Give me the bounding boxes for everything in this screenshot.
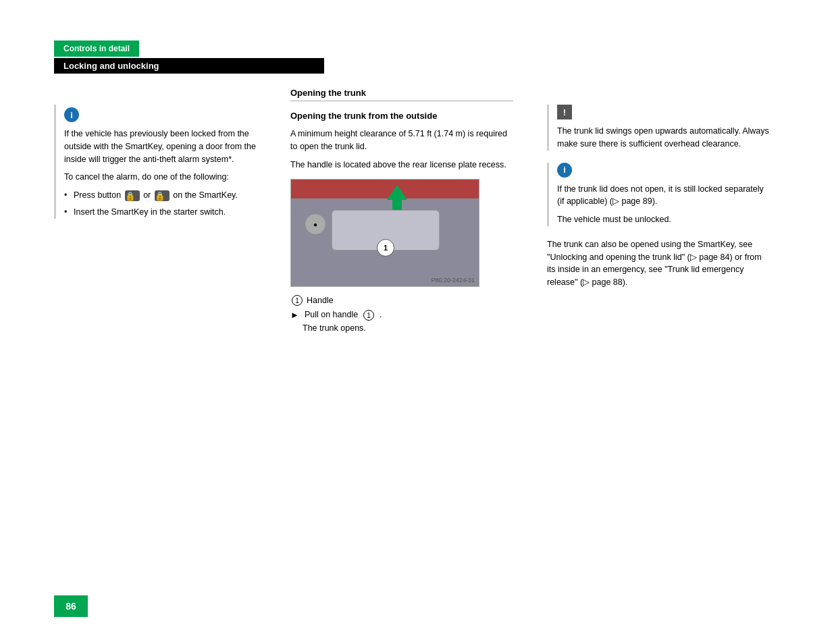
- locking-bar: Locking and unlocking: [54, 58, 324, 74]
- action-label: Pull on handle: [305, 310, 358, 319]
- right-column: ! The trunk lid swings open upwards auto…: [547, 105, 770, 294]
- handle-label: 1: [377, 239, 394, 257]
- sub-text: The trunk opens.: [303, 323, 513, 333]
- subsection-title: Opening the trunk from the outside: [290, 111, 513, 121]
- left-para2: To cancel the alarm, do one of the follo…: [64, 171, 257, 184]
- action-line: ► Pull on handle 1.: [290, 310, 513, 321]
- warning-icon: !: [557, 105, 572, 119]
- image-caption: P80.20-2424-31: [431, 277, 475, 284]
- middle-column: Opening the trunk Opening the trunk from…: [290, 88, 513, 338]
- right-main-para: The trunk can also be opened using the S…: [547, 238, 770, 289]
- info-box: i If the vehicle has previously been loc…: [54, 105, 257, 219]
- left-para1: If the vehicle has previously been locke…: [64, 128, 257, 165]
- legend-line: 1 Handle: [290, 295, 513, 306]
- smartkey-btn-unlock: 🔒: [155, 190, 170, 201]
- left-column: i If the vehicle has previously been loc…: [54, 105, 257, 223]
- trunk-image: ● 1 P80.20-2424-31: [290, 179, 479, 287]
- smartkey-btn-lock: 🔒: [125, 190, 140, 201]
- arrow-head: [387, 185, 407, 200]
- middle-para1: A minimum height clearance of 5.71 ft (1…: [290, 128, 513, 153]
- arrow-bullet: ►: [290, 310, 299, 320]
- trunk-lock: ●: [305, 213, 326, 235]
- controls-badge: Controls in detail: [54, 41, 139, 57]
- left-bullet1: Press button 🔒 or 🔒 on the SmartKey.: [64, 189, 257, 202]
- right-info-para1: If the trunk lid does not open, it is st…: [557, 183, 770, 209]
- page-number: 86: [54, 595, 88, 617]
- middle-para2: The handle is located above the rear lic…: [290, 159, 513, 171]
- action-period: .: [380, 310, 382, 319]
- header-section: Controls in detail Locking and unlocking: [54, 41, 324, 74]
- left-bullet2: Insert the SmartKey in the starter switc…: [64, 206, 257, 219]
- warning-box: ! The trunk lid swings open upwards auto…: [547, 105, 770, 151]
- action-ref-circle: 1: [363, 310, 374, 321]
- trunk-handle-area: 1: [332, 210, 440, 250]
- legend-text: Handle: [307, 296, 334, 305]
- right-info-para2: The vehicle must be unlocked.: [557, 213, 770, 226]
- info-icon: i: [64, 107, 79, 122]
- legend-circle-num: 1: [292, 295, 303, 306]
- right-info-box: i If the trunk lid does not open, it is …: [547, 163, 770, 226]
- section-title: Opening the trunk: [290, 88, 513, 101]
- red-bar: [291, 180, 479, 198]
- right-info-icon: i: [557, 163, 572, 178]
- warning-text: The trunk lid swings open upwards automa…: [557, 125, 770, 151]
